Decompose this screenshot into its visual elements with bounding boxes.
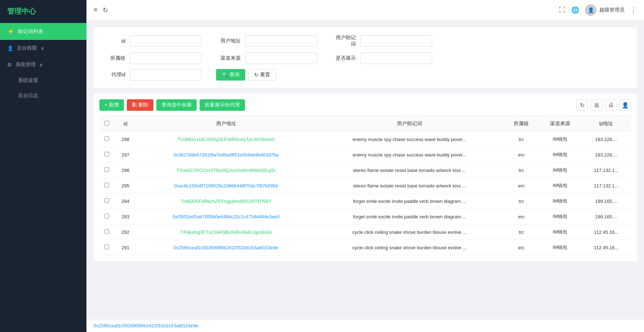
address-link[interactable]: TPqkafxg3FTvCGkPj8bJGRuMaEUgcAb34i: [180, 229, 272, 235]
data-table: id 用户地址 用户助记词 所属链 渠道来源 ip地址 298 TUdMDu1G…: [99, 116, 631, 255]
row-address[interactable]: 0x3627d9e672b1f9a7ed9a3ff51e004de9b46397…: [137, 147, 315, 163]
filter-id-input[interactable]: [130, 35, 202, 47]
row-address[interactable]: THbDD5FdRkchZ5XVgjq9re68XJXP9Tf58Y: [137, 194, 315, 209]
batch-show-button[interactable]: 批量展示给代理: [200, 99, 245, 111]
fullscreen-icon[interactable]: ⛶: [559, 6, 565, 14]
row-address[interactable]: 0xf3552e45ab7855b0e4484c22c1c4754d444e3e…: [137, 209, 315, 224]
filter-show-input[interactable]: [360, 53, 432, 64]
refresh-icon[interactable]: ↻: [103, 6, 108, 14]
table-row: 297 0x3627d9e672b1f9a7ed9a3ff51e004de9b4…: [99, 147, 631, 163]
table-row: 291 0x2565ceaf1c50269096b2422f332d163abf…: [99, 240, 631, 255]
row-checkbox-cell[interactable]: [99, 194, 114, 209]
filter-row-3: 代理id 🔍 查询 ↻ 重置: [101, 69, 630, 81]
col-id: id: [114, 116, 137, 132]
row-channel: IM钱包: [539, 209, 581, 224]
row-ip: 199.165....: [581, 209, 631, 224]
filter-mnemonic-label: 用户助记词: [331, 35, 360, 47]
row-checkbox-cell[interactable]: [99, 209, 114, 224]
row-mnemonic: enemy muscle spy chase success wave budd…: [315, 132, 504, 147]
filter-id-label: id: [101, 38, 130, 44]
sidebar-sub-item-backend-log[interactable]: 后台日志: [0, 88, 86, 103]
select-all-checkbox[interactable]: [104, 121, 109, 126]
row-address[interactable]: 0x2565ceaf1c50269096b2422f332d163abf153e…: [137, 240, 315, 255]
row-address[interactable]: 0xac6c150c8f7186528c2d966448f70dc7f87b59…: [137, 178, 315, 194]
bottom-bar: 0x2565ceaf1c50269096b2422f332d163abf153e…: [86, 319, 644, 332]
export-button[interactable]: 👤: [620, 99, 631, 111]
row-checkbox[interactable]: [104, 167, 109, 172]
menu-icon[interactable]: ≡: [94, 6, 98, 14]
row-address[interactable]: TUdMDu1GEzsNSjZEPz6RXobyTpU8A5NsWr: [137, 132, 315, 147]
sidebar-item-mnemonic-list[interactable]: ⚡ 助记词列表: [0, 23, 86, 40]
filter-address-input[interactable]: [245, 35, 317, 47]
row-address[interactable]: TGwGC2PCCrnST8xAfQJocGw6mMWe58LgSr: [137, 163, 315, 178]
address-link[interactable]: 0x3627d9e672b1f9a7ed9a3ff51e004de9b46397…: [174, 152, 279, 158]
row-ip: 117.132.1...: [581, 163, 631, 178]
row-id: 294: [114, 194, 137, 209]
col-ip: ip地址: [581, 116, 631, 132]
user-icon: 👤: [7, 45, 13, 51]
row-chain: erc: [504, 178, 538, 194]
main-content: ≡ ↻ ⛶ 🌐 👤 超级管理员 ⋮ id 用户地址 用户助记词: [86, 0, 644, 332]
row-checkbox[interactable]: [104, 152, 109, 156]
row-checkbox[interactable]: [104, 214, 109, 218]
row-checkbox-cell[interactable]: [99, 163, 114, 178]
row-checkbox-cell[interactable]: [99, 147, 114, 163]
row-chain: trc: [504, 163, 538, 178]
row-id: 293: [114, 209, 137, 224]
sidebar-item-label: 后台权限: [17, 45, 37, 51]
filter-actions: 🔍 查询 ↻ 重置: [216, 69, 276, 81]
topbar-user[interactable]: 👤 超级管理员: [585, 4, 625, 16]
delete-button[interactable]: 删 删除: [127, 99, 153, 111]
col-chain: 所属链: [504, 116, 538, 132]
row-checkbox-cell[interactable]: [99, 224, 114, 240]
column-settings-button[interactable]: ⊞: [591, 99, 602, 111]
sidebar-sub-item-system-settings[interactable]: 系统设置: [0, 73, 86, 88]
refresh-table-button[interactable]: ↻: [576, 99, 588, 111]
address-link[interactable]: 0xf3552e45ab7855b0e4484c22c1c4754d444e3e…: [173, 214, 279, 219]
row-checkbox[interactable]: [104, 245, 109, 249]
address-link[interactable]: THbDD5FdRkchZ5XVgjq9re68XJXP9Tf58Y: [180, 199, 272, 204]
filter-channel-input[interactable]: [245, 53, 317, 64]
filter-mnemonic-input[interactable]: [360, 35, 432, 47]
row-address[interactable]: TPqkafxg3FTvCGkPj8bJGRuMaEUgcAb34i: [137, 224, 315, 240]
row-chain: trc: [504, 224, 538, 240]
address-link[interactable]: TUdMDu1GEzsNSjZEPz6RXobyTpU8A5NsWr: [178, 137, 275, 142]
query-balance-button[interactable]: 查询选中余额: [156, 99, 197, 111]
chevron-down-icon: ∨: [41, 45, 44, 51]
add-button[interactable]: + 新增: [99, 99, 124, 111]
row-checkbox-cell[interactable]: [99, 178, 114, 194]
row-checkbox-cell[interactable]: [99, 240, 114, 255]
globe-icon[interactable]: 🌐: [571, 6, 579, 14]
row-checkbox[interactable]: [104, 198, 109, 203]
table-panel: + 新增 删 删除 查询选中余额 批量展示给代理 ↻ ⊞ 🖨 👤 id: [94, 94, 637, 261]
more-icon[interactable]: ⋮: [630, 6, 637, 14]
reset-button[interactable]: ↻ 重置: [248, 69, 276, 81]
search-button[interactable]: 🔍 查询: [216, 69, 245, 81]
row-checkbox[interactable]: [104, 229, 109, 234]
sidebar-item-backend-perms[interactable]: 👤 后台权限 ∨: [0, 40, 86, 56]
print-button[interactable]: 🖨: [605, 99, 617, 111]
sidebar-item-system-mgmt[interactable]: ⚙ 系统管理 ∧: [0, 56, 86, 73]
filter-row-1: id 用户地址 用户助记词: [101, 35, 630, 47]
table-row: 293 0xf3552e45ab7855b0e4484c22c1c4754d44…: [99, 209, 631, 224]
content-area: id 用户地址 用户助记词 所属链 渠道来源 是否展示 代理id: [86, 20, 644, 319]
filter-chain-input[interactable]: [130, 53, 202, 64]
row-chain: trc: [504, 194, 538, 209]
row-id: 292: [114, 224, 137, 240]
sidebar: 管理中心 ⚡ 助记词列表 👤 后台权限 ∨ ⚙ 系统管理 ∧ 系统设置 后台日志: [0, 0, 86, 332]
row-id: 296: [114, 163, 137, 178]
address-link[interactable]: 0x2565ceaf1c50269096b2422f332d163abf153e…: [174, 245, 278, 250]
search-icon: 🔍: [222, 72, 228, 78]
filter-agentid-input[interactable]: [130, 69, 202, 81]
address-link[interactable]: 0xac6c150c8f7186528c2d966448f70dc7f87b59…: [174, 183, 278, 188]
row-checkbox[interactable]: [104, 183, 109, 187]
row-id: 297: [114, 147, 137, 163]
col-channel: 渠道来源: [539, 116, 581, 132]
row-checkbox[interactable]: [104, 136, 109, 141]
filter-agentid-label: 代理id: [101, 72, 130, 78]
reset-icon: ↻: [254, 72, 259, 78]
avatar: 👤: [585, 4, 596, 16]
select-all-header[interactable]: [99, 116, 114, 132]
row-checkbox-cell[interactable]: [99, 132, 114, 147]
address-link[interactable]: TGwGC2PCCrnST8xAfQJocGw6mMWe58LgSr: [176, 168, 276, 173]
